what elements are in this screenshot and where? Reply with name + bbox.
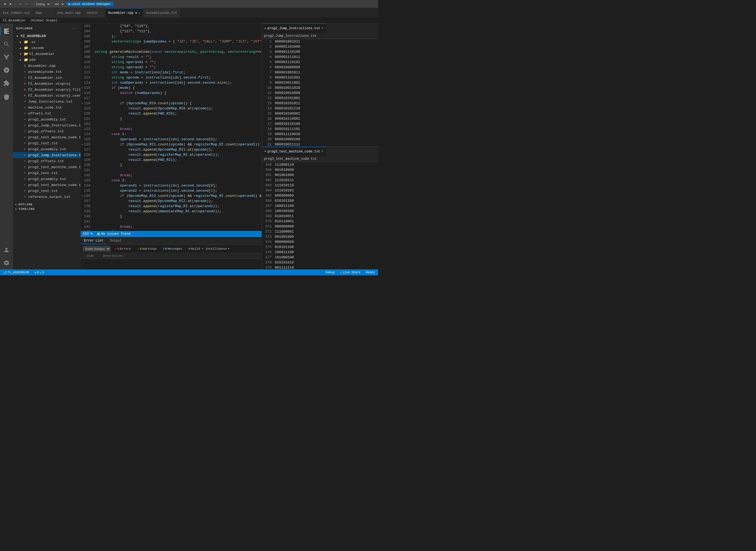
back-button[interactable]: ◀ [2, 2, 7, 6]
info-icon: ℹ [163, 247, 164, 250]
sidebar-outline-section[interactable]: ▸ OUTLINE [13, 202, 81, 206]
sidebar-item-prog1-test-machine[interactable]: ≡ prog1_test_machine_code.txt [13, 134, 81, 140]
sidebar-item-jump-instructions[interactable]: ≡ Jump_Instructions.txt [13, 98, 81, 104]
sidebar-item-x64[interactable]: ▸ 📁 x64 [13, 57, 81, 63]
sidebar-item-vcxproj-user[interactable]: ⚙ FZ_Assembler.vcxproj.user [13, 93, 81, 98]
tab-vector[interactable]: vector [84, 8, 105, 18]
activity-extensions[interactable] [0, 77, 13, 90]
warning-count-badge[interactable]: ⚠ 0 Warnings [135, 246, 159, 251]
list-item: 367100011100 [262, 203, 378, 208]
sidebar-item-vs[interactable]: ▸ 📁 .vs [13, 39, 81, 45]
fold-arrow[interactable]: ▾ [81, 86, 84, 90]
right-file-content-top[interactable]: 1000001001011200000110100030000011101004… [262, 39, 378, 146]
close-icon[interactable]: × [321, 150, 323, 153]
binary-value: 100011100 [275, 203, 294, 208]
binary-value: 000010110001 [275, 116, 300, 121]
sidebar-item-prog2-jump[interactable]: ≡ prog2_Jump_Instructions.txt [13, 152, 81, 158]
fold-arrow[interactable]: ▾ [81, 143, 84, 146]
tab-assembler-cpp[interactable]: Assembler.cpp ● ✕ [105, 8, 143, 18]
undo-button[interactable]: ↩ [18, 2, 23, 6]
sidebar-item-prog1-assembly[interactable]: ≡ prog1_assembly.txt [13, 116, 81, 122]
sidebar-item-assembler-cpp[interactable]: C Assembler.cpp [13, 63, 81, 69]
error-count-badge[interactable]: ✕ 0 Errors [113, 246, 133, 251]
sidebar-item-prog3-test-machine[interactable]: ≡ prog3_test_machine_code.txt [13, 182, 81, 188]
error-icon: ✕ [115, 247, 117, 250]
list-item: 18000010111101 [262, 126, 378, 132]
message-count-badge[interactable]: ℹ 0 Messages [161, 246, 184, 251]
sidebar-item-reference-output[interactable]: ≡ reference_output.txt [13, 194, 81, 200]
status-branch[interactable]: ⎇ fz_ASSEMBLER [2, 271, 30, 274]
line-code [93, 219, 261, 224]
error-panel-toolbar: Entire Solution ✕ 0 Errors ⚠ 0 Warnings … [81, 245, 261, 253]
tab-map[interactable]: map [33, 8, 55, 18]
right-tab-prog2-jump[interactable]: ≡ prog2_Jump_Instructions.txt × [262, 24, 326, 33]
error-filter-dropdown[interactable]: Entire Solution [83, 246, 110, 251]
code-editor[interactable]: 103 {"64", "110"},104 {"127", "111"},105… [81, 24, 261, 231]
close-icon[interactable]: × [321, 27, 323, 30]
line-number: 117 [84, 96, 93, 101]
activity-source-control[interactable] [0, 51, 13, 64]
line-number: 106 [84, 39, 93, 44]
sidebar-item-prog2-test-machine[interactable]: ≡ prog2_test_machine_code.txt [13, 164, 81, 170]
activity-explorer[interactable] [0, 25, 13, 38]
sidebar-item-prog2-test[interactable]: ≡ prog2_test.txt [13, 170, 81, 176]
activity-settings[interactable] [0, 256, 13, 269]
sidebar-item-project[interactable]: ▾ FZ_ASSEMBLER [13, 33, 81, 39]
col-header-description[interactable]: Description [103, 254, 123, 257]
sidebar-item-offsets[interactable]: ≡ offsets.txt [13, 110, 81, 116]
sidebar-item-fz-assembler[interactable]: ▾ 📂 FZ_Assembler [13, 51, 81, 57]
list-item: 7000001001011 [262, 70, 378, 75]
binary-value: 101000100 [275, 255, 294, 260]
table-row: 123 break; [81, 126, 261, 132]
col-header-code[interactable]: Code [87, 254, 103, 257]
sidebar-item-prog1-jump[interactable]: ≡ prog1_Jump_Instructions.txt [13, 122, 81, 128]
sidebar-item-prog2-offsets[interactable]: ≡ prog2_offsets.txt [13, 158, 81, 164]
close-icon[interactable]: ✕ [139, 11, 140, 15]
sidebar-item-vcxproj-filters[interactable]: ⚙ FZ_Assembler.vcxproj.filters [13, 87, 81, 93]
table-row: 138 result.append(registerMap_RI.at(oper… [81, 203, 261, 209]
sidebar-item-vcxproj[interactable]: ⚙ FZ_Assembler.vcxproj [13, 81, 81, 87]
sidebar-item-assemblycode[interactable]: ≡ assemblycode.txt [13, 69, 81, 75]
sidebar-item-prog1-offsets[interactable]: ≡ prog1_offsets.txt [13, 128, 81, 134]
sidebar-item-prog1-test[interactable]: ≡ prog1_test.txt [13, 140, 81, 146]
fold-arrow[interactable]: ▾ [81, 102, 84, 105]
fold-arrow[interactable]: ▾ [81, 91, 84, 95]
tab-error-list[interactable]: Error List [81, 238, 107, 244]
sidebar-item-sln[interactable]: ≡ FZ_Assembler.sln [13, 75, 81, 81]
line-number: 143 [84, 229, 93, 231]
sidebar-item-prog2-assembly[interactable]: ≡ prog2_assembly.txt [13, 146, 81, 152]
fold-arrow[interactable]: ▾ [81, 194, 84, 198]
tab-exe-common[interactable]: exe_common.inl [0, 8, 33, 18]
binary-value: 111010110 [275, 183, 294, 188]
build-filter[interactable]: ⚙ Build + IntelliSense ▾ [186, 246, 231, 251]
tab-assemblycode[interactable]: assemblycode.txt [143, 8, 180, 18]
right-file-content-bottom[interactable]: 3591110001103600010100003610010010003621… [262, 162, 378, 270]
sidebar-label: reference_output.txt [28, 195, 70, 199]
sidebar-item-prog3-test[interactable]: ≡ prog3_test.txt [13, 188, 81, 194]
sidebar-item-machine-code[interactable]: ≡ machine_code.txt [13, 104, 81, 110]
activity-search[interactable] [0, 38, 13, 51]
run-debugger-button[interactable]: ▶ Local Windows Debugger [66, 2, 114, 6]
breadcrumb-project[interactable]: FZ_Assembler [3, 19, 26, 22]
forward-button[interactable]: ▶ [8, 2, 14, 6]
platform-dropdown[interactable]: x64 [52, 1, 65, 7]
activity-run-debug[interactable] [0, 64, 13, 77]
zoom-level[interactable]: 103 % [83, 232, 93, 236]
binary-value: 001010000 [275, 167, 294, 172]
list-item: 11000010010000 [262, 90, 378, 96]
status-debug[interactable]: Debug [324, 271, 335, 274]
debug-label: Debug [325, 271, 334, 274]
status-errors[interactable]: ✕ 0 ⚠ 0 [33, 271, 45, 274]
activity-git[interactable] [0, 91, 13, 104]
sidebar-timeline-section[interactable]: ▸ TIMELINE [13, 206, 81, 211]
sidebar-item-vscode[interactable]: ▸ 📁 .vscode [13, 45, 81, 51]
tab-exe-main[interactable]: exe_main.cpp [55, 8, 84, 18]
redo-button[interactable]: ↪ [24, 2, 29, 6]
status-live-share[interactable]: ⚡ Live Share [339, 271, 361, 274]
debug-config-dropdown[interactable]: Debug [34, 1, 51, 7]
sidebar-item-prog3-assembly[interactable]: ≡ prog3_assembly.txt [13, 176, 81, 182]
right-tab-prog3-machine[interactable]: ≡ prog3_test_machine_code.txt × [262, 147, 326, 156]
tab-output[interactable]: Output [107, 238, 125, 244]
sidebar-more-icon[interactable]: ··· [71, 27, 77, 30]
activity-account[interactable] [0, 243, 13, 256]
